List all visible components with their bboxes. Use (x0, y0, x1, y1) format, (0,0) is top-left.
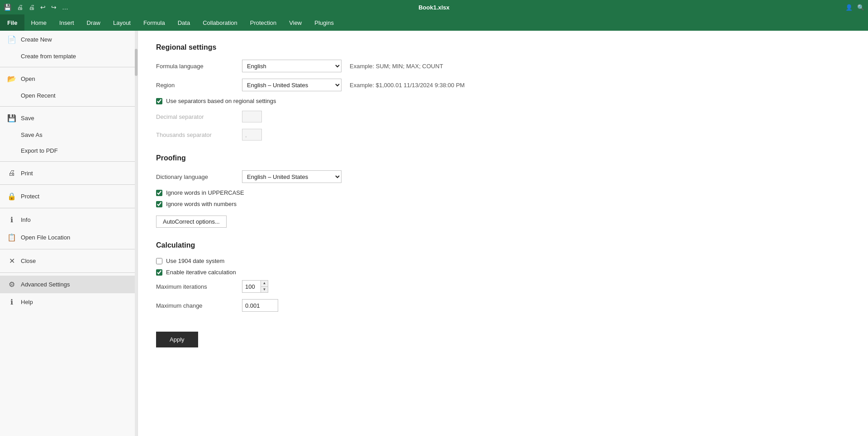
max-iterations-label: Maximum iterations (156, 283, 242, 290)
sidebar-scrollbar[interactable] (135, 31, 138, 436)
sidebar-label-help: Help (21, 299, 33, 305)
calculating-section: Calculating Use 1904 date system Enable … (156, 241, 850, 312)
max-change-label: Maximum change (156, 302, 242, 309)
sidebar: 📄 Create New Create from template 📂 Open… (0, 31, 138, 436)
sidebar-item-save-as[interactable]: Save As (0, 127, 138, 143)
data-menu-item[interactable]: Data (171, 14, 196, 31)
sidebar-label-open-recent: Open Recent (21, 92, 56, 99)
decimal-separator-input[interactable] (242, 111, 262, 122)
use-1904-label[interactable]: Use 1904 date system (166, 258, 224, 264)
sidebar-item-create-new[interactable]: 📄 Create New (0, 31, 138, 48)
use-1904-checkbox[interactable] (156, 258, 162, 264)
max-change-row: Maximum change (156, 299, 850, 312)
protect-icon: 🔒 (7, 192, 16, 201)
more-icon[interactable]: … (62, 4, 68, 11)
formula-language-example: Example: SUM; MIN; MAX; COUNT (350, 63, 443, 70)
region-select[interactable]: English – United States English – United… (242, 79, 342, 91)
sidebar-label-open: Open (21, 75, 35, 82)
max-iterations-down[interactable]: ▼ (261, 287, 268, 293)
home-menu-item[interactable]: Home (24, 14, 53, 31)
sidebar-item-print[interactable]: 🖨 Print (0, 164, 138, 182)
sidebar-item-advanced-settings[interactable]: ⚙ Advanced Settings (0, 276, 138, 293)
proofing-section: Proofing Dictionary language English – U… (156, 154, 850, 228)
settings-icon: ⚙ (7, 280, 16, 289)
ignore-uppercase-label[interactable]: Ignore words in UPPERCASE (166, 189, 244, 196)
use-separators-label[interactable]: Use separators based on regional setting… (166, 98, 276, 104)
save-icon[interactable]: 💾 (4, 4, 11, 11)
create-new-icon: 📄 (7, 35, 16, 44)
ignore-uppercase-row: Ignore words in UPPERCASE (156, 189, 850, 196)
ignore-numbers-label[interactable]: Ignore words with numbers (166, 201, 237, 207)
use-separators-checkbox[interactable] (156, 98, 162, 104)
print-icon[interactable]: 🖨 (17, 4, 23, 11)
region-example: Example: $1,000.01 11/13/2024 9:38:00 PM (350, 82, 465, 89)
undo-icon[interactable]: ↩ (40, 4, 46, 11)
enable-iterative-row: Enable iterative calculation (156, 269, 850, 276)
use-1904-row: Use 1904 date system (156, 258, 850, 264)
enable-iterative-checkbox[interactable] (156, 269, 162, 276)
enable-iterative-label[interactable]: Enable iterative calculation (166, 269, 236, 276)
content-area: Regional settings Formula language Engli… (138, 31, 868, 436)
sidebar-item-info[interactable]: ℹ Info (0, 211, 138, 229)
autocorrect-button[interactable]: AutoCorrect options... (156, 216, 227, 228)
print-preview-icon[interactable]: 🖨 (28, 4, 35, 11)
title-bar-right: 👤 🔍 (845, 4, 864, 11)
dictionary-language-label: Dictionary language (156, 173, 242, 180)
draw-menu-item[interactable]: Draw (81, 14, 107, 31)
sidebar-label-export-to-pdf: Export to PDF (21, 147, 58, 154)
view-menu-item[interactable]: View (283, 14, 308, 31)
sidebar-item-export-to-pdf[interactable]: Export to PDF (0, 143, 138, 159)
file-menu-button[interactable]: File (0, 14, 24, 31)
region-row: Region English – United States English –… (156, 79, 850, 91)
sidebar-item-close[interactable]: ✕ Close (0, 252, 138, 270)
sidebar-label-close: Close (21, 258, 36, 264)
collaboration-menu-item[interactable]: Collaboration (196, 14, 244, 31)
close-icon: ✕ (7, 257, 16, 265)
sidebar-item-create-from-template[interactable]: Create from template (0, 48, 138, 64)
window-title: Book1.xlsx (418, 4, 450, 11)
use-separators-row: Use separators based on regional setting… (156, 98, 850, 104)
insert-menu-item[interactable]: Insert (53, 14, 81, 31)
layout-menu-item[interactable]: Layout (107, 14, 137, 31)
sidebar-item-protect[interactable]: 🔒 Protect (0, 188, 138, 205)
user-icon[interactable]: 👤 (845, 4, 853, 11)
sidebar-label-info: Info (21, 216, 31, 223)
thousands-separator-row: Thousands separator (156, 129, 850, 141)
decimal-separator-label: Decimal separator (156, 113, 242, 120)
formula-menu-item[interactable]: Formula (137, 14, 171, 31)
title-bar-icons: 💾 🖨 🖨 ↩ ↪ … (4, 4, 68, 11)
info-icon: ℹ (7, 216, 16, 224)
sidebar-label-create-new: Create New (21, 36, 52, 43)
sidebar-item-open-file-location[interactable]: 📋 Open File Location (0, 229, 138, 246)
redo-icon[interactable]: ↪ (51, 4, 57, 11)
proofing-title: Proofing (156, 154, 850, 162)
calculating-title: Calculating (156, 241, 850, 249)
search-icon[interactable]: 🔍 (857, 4, 864, 11)
sidebar-item-help[interactable]: ℹ Help (0, 293, 138, 311)
sidebar-label-save-as: Save As (21, 131, 43, 138)
max-iterations-spinner: ▲ ▼ (242, 280, 268, 293)
apply-button[interactable]: Apply (156, 332, 198, 347)
region-controls: English – United States English – United… (242, 79, 465, 91)
max-iterations-row: Maximum iterations ▲ ▼ (156, 280, 850, 293)
formula-language-select[interactable]: English French German Spanish (242, 60, 342, 72)
protection-menu-item[interactable]: Protection (244, 14, 283, 31)
plugins-menu-item[interactable]: Plugins (308, 14, 340, 31)
sidebar-item-open-recent[interactable]: Open Recent (0, 88, 138, 103)
sidebar-item-open[interactable]: 📂 Open (0, 70, 138, 88)
regional-settings-section: Regional settings Formula language Engli… (156, 43, 850, 141)
max-change-input[interactable] (242, 299, 278, 312)
formula-language-controls: English French German Spanish Example: S… (242, 60, 443, 72)
sidebar-label-advanced-settings: Advanced Settings (21, 281, 70, 288)
decimal-separator-row: Decimal separator (156, 111, 850, 122)
sidebar-item-save[interactable]: 💾 Save (0, 109, 138, 127)
dictionary-language-select[interactable]: English – United States English – United… (242, 170, 342, 183)
help-icon: ℹ (7, 298, 16, 306)
ignore-uppercase-checkbox[interactable] (156, 190, 162, 196)
sidebar-scrollbar-thumb (135, 49, 138, 76)
thousands-separator-input[interactable] (242, 129, 262, 141)
ignore-numbers-checkbox[interactable] (156, 201, 162, 207)
max-iterations-up[interactable]: ▲ (261, 281, 268, 287)
formula-language-row: Formula language English French German S… (156, 60, 850, 72)
dictionary-language-row: Dictionary language English – United Sta… (156, 170, 850, 183)
